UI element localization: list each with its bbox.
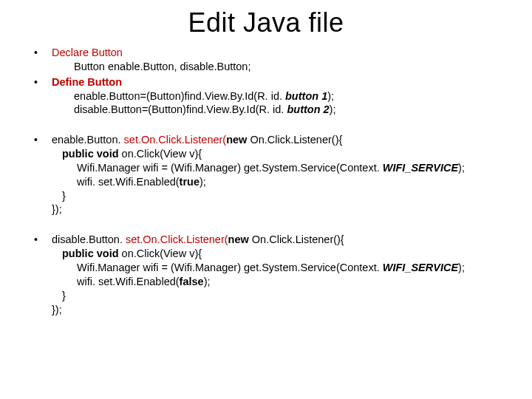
- enable-l4-a: wifi. set.Wifi.Enabled(: [77, 176, 180, 188]
- disable-l1-d: On.Click.Listener(){: [252, 233, 344, 245]
- enable-l1-b: set.On.Click.Listener(: [124, 134, 227, 146]
- enable-l3: Wifi.Manager wifi = (Wifi.Manager) get.S…: [52, 161, 510, 175]
- bullet-define: Define Button enable.Button=(Button)find…: [22, 75, 510, 117]
- disable-l3-c: );: [458, 262, 465, 273]
- define-line2: disable.Button=(Button)find.View.By.Id(R…: [52, 103, 510, 117]
- disable-l1-b: set.On.Click.Listener(: [126, 233, 228, 245]
- disable-l2: public void on.Click(View v){: [52, 247, 510, 261]
- define-line2-b: button 2: [287, 103, 329, 115]
- disable-l4-b: false: [180, 276, 204, 287]
- disable-l1-c: new: [228, 233, 252, 245]
- disable-l2-a: public void: [62, 248, 122, 259]
- disable-l3: Wifi.Manager wifi = (Wifi.Manager) get.S…: [52, 261, 510, 275]
- disable-l4-c: );: [204, 276, 211, 287]
- enable-l1: enable.Button. set.On.Click.Listener(new…: [52, 134, 342, 146]
- disable-l4-a: wifi. set.Wifi.Enabled(: [77, 276, 180, 287]
- enable-l3-c: );: [458, 162, 465, 174]
- disable-l6: });: [52, 303, 510, 317]
- define-line1-c: );: [327, 90, 334, 102]
- enable-l1-d: On.Click.Listener(){: [250, 134, 342, 146]
- define-line2-c: );: [330, 103, 336, 115]
- declare-code: Button enable.Button, disable.Button;: [52, 60, 510, 74]
- enable-l2-a: public void: [62, 148, 122, 160]
- disable-l2-b: on.Click(View v){: [122, 248, 202, 259]
- disable-l3-a: Wifi.Manager wifi = (Wifi.Manager) get.S…: [77, 262, 383, 273]
- disable-l4: wifi. set.Wifi.Enabled(false);: [52, 275, 510, 289]
- define-line1-a: enable.Button=(Button)find.View.By.Id(R.…: [74, 90, 285, 102]
- define-line2-a: disable.Button=(Button)find.View.By.Id(R…: [74, 103, 287, 115]
- disable-l1: disable.Button. set.On.Click.Listener(ne…: [52, 233, 344, 245]
- disable-l3-b: WIFI_SERVICE: [383, 262, 458, 273]
- enable-l3-a: Wifi.Manager wifi = (Wifi.Manager) get.S…: [77, 162, 383, 174]
- enable-l5: }: [52, 189, 510, 203]
- define-heading: Define Button: [52, 76, 122, 88]
- enable-l4-b: true: [180, 176, 200, 188]
- enable-l4-c: );: [200, 176, 206, 188]
- disable-l1-a: disable.Button.: [52, 233, 126, 245]
- bullet-disable-listener: disable.Button. set.On.Click.Listener(ne…: [22, 233, 510, 316]
- enable-l2-b: on.Click(View v){: [122, 148, 202, 160]
- enable-l1-a: enable.Button.: [52, 134, 124, 146]
- bullet-enable-listener: enable.Button. set.On.Click.Listener(new…: [22, 133, 510, 216]
- declare-heading: Declare Button: [52, 47, 123, 58]
- define-line1-b: button 1: [285, 90, 327, 102]
- enable-l1-c: new: [226, 134, 250, 146]
- slide: Edit Java file Declare Button Button ena…: [0, 0, 532, 325]
- enable-l4: wifi. set.Wifi.Enabled(true);: [52, 175, 510, 189]
- enable-l2: public void on.Click(View v){: [52, 147, 510, 161]
- define-line1: enable.Button=(Button)find.View.By.Id(R.…: [52, 89, 510, 103]
- bullet-list: Declare Button Button enable.Button, dis…: [22, 46, 510, 316]
- enable-l3-b: WIFI_SERVICE: [383, 162, 458, 174]
- disable-l5: }: [52, 289, 510, 303]
- bullet-declare: Declare Button Button enable.Button, dis…: [22, 46, 510, 74]
- enable-l6: });: [52, 202, 510, 216]
- slide-title: Edit Java file: [103, 7, 429, 38]
